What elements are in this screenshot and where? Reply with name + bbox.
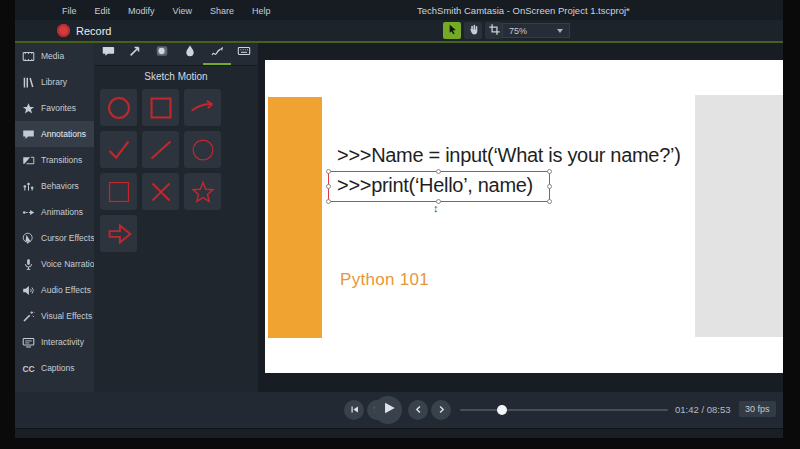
shape-sketch-circle-thin[interactable] (184, 131, 221, 168)
behaviors-icon (21, 179, 35, 193)
shape-sketch-square[interactable] (142, 89, 179, 126)
t-next-icon (436, 401, 447, 419)
scrub-slider[interactable] (460, 409, 668, 411)
sketch-motion-tab[interactable] (203, 43, 230, 65)
resize-cursor-icon: ↕ (433, 202, 439, 214)
resize-handle-br[interactable] (547, 199, 552, 204)
jump-back-button[interactable] (408, 400, 428, 420)
sidebar-item-favorites[interactable]: Favorites (15, 95, 94, 121)
sketch-x-icon (144, 175, 178, 209)
blur-tab[interactable] (176, 43, 203, 65)
resize-handle-mr[interactable] (547, 184, 552, 189)
sidebar-item-label: Audio Effects (41, 285, 91, 295)
callout-icon (21, 127, 35, 141)
resize-handle-ml[interactable] (326, 184, 331, 189)
menu-file[interactable]: File (53, 1, 86, 16)
menu-share[interactable]: Share (201, 1, 243, 16)
t-prev-icon (413, 401, 424, 419)
sidebar-item-captions[interactable]: CCCaptions (15, 355, 94, 381)
sidebar-item-audio-effects[interactable]: Audio Effects (15, 277, 94, 303)
shape-sketch-star[interactable] (184, 173, 221, 210)
sketch-square-icon (144, 91, 178, 125)
sketch-shape-grid (100, 89, 256, 252)
window-title: TechSmith Camtasia - OnScreen Project 1.… (417, 5, 630, 16)
annotations-tab-row (94, 43, 258, 66)
quiz-icon (21, 335, 35, 349)
sidebar-item-interactivity[interactable]: Interactivity (15, 329, 94, 355)
slide-code-line-1: >>>Name = input(‘What is your name?’) (337, 144, 681, 167)
pan-tool[interactable] (464, 22, 482, 39)
selection-box[interactable]: >>>print(‘Hello’, name) (328, 171, 550, 202)
arrows-tab[interactable] (121, 43, 148, 65)
sidebar-item-visual-effects[interactable]: Visual Effects (15, 303, 94, 329)
shape-sketch-square-thin[interactable] (100, 173, 137, 210)
record-icon (57, 24, 70, 37)
play-button[interactable] (374, 396, 402, 424)
group-label: Sketch Motion (94, 71, 258, 82)
sketch-star-icon (186, 175, 220, 209)
sidebar-item-label: Annotations (41, 129, 86, 139)
menu-edit[interactable]: Edit (86, 1, 120, 16)
sidebar-item-label: Favorites (41, 103, 76, 113)
shape-sketch-arrow[interactable] (184, 89, 221, 126)
canvas-area: >>>Name = input(‘What is your name?’) >>… (258, 43, 783, 392)
resize-handle-tr[interactable] (547, 169, 552, 174)
jump-forward-button[interactable] (431, 400, 451, 420)
sidebar-item-label: Cursor Effects (41, 233, 95, 243)
menu-view[interactable]: View (164, 1, 201, 16)
sidebar-item-label: Voice Narration (41, 259, 99, 269)
shape-sketch-block-arrow[interactable] (100, 215, 137, 252)
resize-handle-tl[interactable] (326, 169, 331, 174)
shape-sketch-x[interactable] (142, 173, 179, 210)
sketch-circle-icon (102, 91, 136, 125)
keystroke-tab[interactable] (231, 43, 258, 65)
sidebar-item-voice-narration[interactable]: Voice Narration (15, 251, 94, 277)
chevron-down-icon (557, 29, 563, 33)
shape-sketch-check[interactable] (100, 131, 137, 168)
sidebar-item-label: Media (41, 51, 64, 61)
sidebar-item-media[interactable]: Media (15, 43, 94, 69)
sidebar-item-behaviors[interactable]: Behaviors (15, 173, 94, 199)
sidebar-item-transitions[interactable]: Transitions (15, 147, 94, 173)
sketch-square-thin-icon (102, 175, 136, 209)
magic-wand-icon (21, 309, 35, 323)
previous-frame-button[interactable] (344, 400, 364, 420)
resize-handle-tm[interactable] (436, 169, 441, 174)
slide-caption: Python 101 (340, 270, 429, 290)
microphone-icon (21, 257, 35, 271)
slide: >>>Name = input(‘What is your name?’) >>… (265, 60, 783, 373)
hand-icon (467, 22, 480, 40)
record-toolbar: Record 75% (15, 20, 783, 41)
menu-modify[interactable]: Modify (119, 1, 164, 16)
animations-icon (21, 205, 35, 219)
sketch-motion-tab-icon (210, 44, 224, 62)
callouts-tab[interactable] (94, 43, 121, 65)
record-label: Record (76, 25, 111, 37)
t-play-icon (380, 401, 396, 419)
sketch-arrow-icon (186, 91, 220, 125)
sidebar-item-label: Behaviors (41, 181, 79, 191)
menu-help[interactable]: Help (243, 1, 280, 16)
scrub-slider-handle[interactable] (497, 405, 507, 415)
crop-tool[interactable] (485, 22, 503, 39)
sidebar-item-cursor-effects[interactable]: Cursor Effects (15, 225, 94, 251)
resize-handle-bl[interactable] (326, 199, 331, 204)
sidebar-item-animations[interactable]: Animations (15, 199, 94, 225)
sidebar-item-library[interactable]: Library (15, 69, 94, 95)
record-button[interactable]: Record (57, 22, 111, 39)
zoom-dropdown[interactable]: 75% (502, 23, 570, 38)
shape-sketch-line[interactable] (142, 131, 179, 168)
selection-tool[interactable] (443, 22, 461, 39)
svg-text:CC: CC (22, 363, 34, 373)
sketch-check-icon (102, 133, 136, 167)
callout-tab-icon (101, 44, 115, 62)
cursor-arrow-icon (446, 22, 459, 40)
shapes-tab[interactable] (149, 43, 176, 65)
sidebar-item-annotations[interactable]: Annotations (15, 121, 94, 147)
annotations-panel: Sketch Motion (94, 43, 258, 392)
crop-icon (488, 22, 501, 40)
sidebar-item-label: Library (41, 77, 67, 87)
shape-sketch-circle[interactable] (100, 89, 137, 126)
spotlight-tab-icon (155, 44, 169, 62)
sidebar-item-label: Transitions (41, 155, 82, 165)
